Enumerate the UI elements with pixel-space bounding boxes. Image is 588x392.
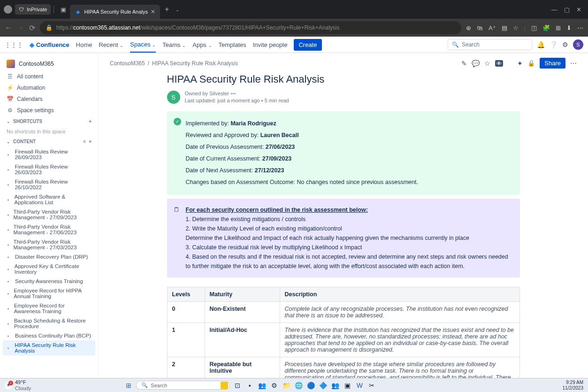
nav-teams[interactable]: Teams ⌄: [162, 41, 186, 48]
filter-icon[interactable]: ≡: [83, 139, 86, 144]
tree-item[interactable]: •Backup Scheduling & Restore Procedure: [3, 316, 95, 331]
edit-icon[interactable]: ✎: [461, 60, 467, 67]
tree-item[interactable]: •Third-Party Vendor Risk Management - 27…: [3, 237, 95, 252]
tree-item-label: Approved Key & Certificate Inventory: [15, 263, 92, 275]
reviewed-by-value: Lauren Becall: [260, 132, 299, 138]
sidebar-item-automation[interactable]: ⚡Automation: [3, 82, 95, 93]
text-size-icon[interactable]: A⁺: [489, 24, 496, 31]
share-button[interactable]: Share: [540, 58, 565, 69]
close-icon[interactable]: ✕: [151, 8, 155, 15]
watch-icon[interactable]: 👁: [495, 60, 503, 67]
chevron-down-icon: ⌄: [7, 119, 10, 124]
search-input[interactable]: 🔍 Search: [448, 39, 532, 50]
reader-icon[interactable]: ▤: [502, 24, 507, 31]
tree-item[interactable]: •Employee Record for HIPPA Annual Traini…: [3, 286, 95, 301]
tree-item-label: Third-Party Vendor Risk Management - 27/…: [13, 239, 92, 250]
nav-spaces[interactable]: Spaces ⌄: [130, 41, 156, 53]
more-actions-icon[interactable]: ⋯: [570, 60, 577, 67]
tree-item[interactable]: •HIPAA Security Rule Risk Analysis: [3, 340, 95, 355]
chevron-down-icon: ⌄: [120, 43, 123, 48]
comment-icon[interactable]: 💬: [472, 60, 480, 67]
confluence-logo[interactable]: ◆ Confluence: [30, 41, 69, 48]
nav-templates[interactable]: Templates: [219, 41, 246, 48]
bullet-icon: •: [8, 168, 12, 172]
zoom-icon[interactable]: ⊕: [466, 24, 471, 31]
content-wrap: HIPAA Security Rule Risk Analysis S Owne…: [156, 73, 531, 378]
tree-item[interactable]: •Third-Party Vendor Risk Management - 27…: [3, 222, 95, 237]
sidebar-item-calendars[interactable]: 📅Calendars: [3, 93, 95, 105]
tree-item-label: Firewall Rules Review 26/09/2023: [15, 149, 92, 160]
nav-recent[interactable]: Recent ⌄: [99, 41, 123, 48]
tab-overflow-icon[interactable]: ⌄: [174, 7, 181, 12]
forward-icon: →: [17, 23, 24, 32]
browser-tab-strip: 🛡 InPrivate ▣ ◆ HIPAA Security Rule Anal…: [0, 0, 588, 19]
window-controls: — ▢ ✕: [551, 6, 588, 13]
extensions-icon[interactable]: 🧩: [542, 24, 550, 31]
invite-people-button[interactable]: Invite people: [253, 41, 288, 48]
sidebar-item-space-settings[interactable]: ⚙Space settings: [3, 105, 95, 116]
confluence-favicon-icon: ◆: [75, 8, 81, 15]
tree-item[interactable]: •Firewall Rules Review 26/09/2023: [3, 147, 95, 162]
maximize-icon[interactable]: ▢: [564, 6, 570, 13]
inprivate-label: InPrivate: [27, 7, 47, 12]
new-tab-button[interactable]: +: [160, 5, 174, 14]
url-bar[interactable]: 🔒 https://contosom365.atlassian.net/wiki…: [40, 21, 461, 34]
implemented-by-label: Implemented by:: [186, 120, 231, 127]
instructions-line: 1. Determine the existing mitigations / …: [186, 215, 513, 224]
chevron-down-icon: ⌄: [152, 43, 156, 47]
close-window-icon[interactable]: ✕: [576, 6, 581, 13]
restrictions-icon[interactable]: 🔒: [527, 60, 535, 67]
instructions-line: 2. Write the Maturity Level of each exis…: [186, 224, 513, 233]
split-icon[interactable]: ◫: [531, 24, 537, 31]
refresh-icon[interactable]: ⟳: [29, 23, 35, 32]
tree-item[interactable]: •Disaster Recovery Plan (DRP): [3, 252, 95, 261]
add-page-icon[interactable]: +: [89, 139, 92, 144]
author-avatar[interactable]: S: [167, 91, 180, 104]
tree-item[interactable]: •Third-Party Vendor Risk Management - 27…: [3, 207, 95, 222]
tree-item[interactable]: •Employee Record for Awareness Training: [3, 301, 95, 316]
tree-item[interactable]: •Firewall Rules Review 26/03/2023: [3, 162, 95, 177]
sidebar-item-all-content[interactable]: ☰All content: [3, 71, 95, 82]
owner-menu-icon[interactable]: •••: [230, 91, 236, 96]
app-switcher-icon[interactable]: ⋮⋮⋮: [5, 41, 23, 48]
search-placeholder: Search: [462, 41, 480, 48]
tree-item-label: Backup Scheduling & Restore Procedure: [14, 318, 92, 329]
browser-tab[interactable]: ◆ HIPAA Security Rule Analys ✕: [70, 5, 160, 19]
notification-icon[interactable]: 🔔: [537, 41, 545, 48]
tree-item[interactable]: •Approved Software & Applications List: [3, 192, 95, 207]
back-icon[interactable]: ←: [5, 23, 12, 32]
tree-item[interactable]: •Firewall Rules Review 26/10/2022: [3, 177, 95, 192]
tree-item[interactable]: •Security Awareness Training: [3, 277, 95, 286]
nav-home[interactable]: Home: [76, 41, 92, 48]
favorite-icon[interactable]: ☆: [513, 24, 519, 31]
cell-maturity: Initial/Ad-Hoc: [205, 323, 280, 357]
create-button[interactable]: Create: [294, 39, 321, 51]
tree-item[interactable]: •Business Continuity Plan (BCP): [3, 331, 95, 340]
space-header[interactable]: ContosoM365: [3, 57, 95, 71]
content-section[interactable]: ⌄ CONTENT ≡+: [3, 136, 95, 147]
minimize-icon[interactable]: —: [551, 6, 557, 13]
tab-actions-icon[interactable]: ▣: [57, 6, 70, 13]
more-icon[interactable]: ⋯: [577, 24, 583, 31]
star-icon[interactable]: ☆: [484, 60, 490, 67]
tab-title: HIPAA Security Rule Analys: [84, 9, 148, 15]
shortcuts-section[interactable]: ⌄ SHORTCUTS +: [3, 116, 95, 127]
space-icon: [7, 60, 15, 68]
profile-avatar[interactable]: S: [573, 39, 583, 50]
tree-item[interactable]: •Approved Key & Certificate Inventory: [3, 261, 95, 277]
settings-icon[interactable]: ⚙: [562, 41, 568, 48]
shield-icon: 🛡: [19, 7, 24, 12]
changes-text: Changes based on Assessment Outcome: No …: [186, 177, 513, 188]
ai-icon[interactable]: ✦: [517, 60, 523, 67]
nav-apps[interactable]: Apps ⌄: [192, 41, 212, 48]
add-shortcut-icon[interactable]: +: [89, 119, 92, 124]
instructions-line: 4. Based on the results and if the resid…: [186, 252, 513, 271]
breadcrumb-page[interactable]: HIPAA Security Rule Risk Analysis: [152, 60, 238, 67]
inprivate-badge[interactable]: 🛡 InPrivate: [15, 4, 51, 15]
page-title: HIPAA Security Rule Risk Analysis: [167, 73, 520, 85]
breadcrumb-space[interactable]: ContosoM365: [110, 60, 145, 67]
help-icon[interactable]: ❔: [550, 41, 557, 48]
collections-icon[interactable]: ⊞: [556, 24, 561, 31]
shopping-icon[interactable]: 🛍: [477, 24, 483, 31]
downloads-icon[interactable]: ⬇: [566, 24, 572, 31]
